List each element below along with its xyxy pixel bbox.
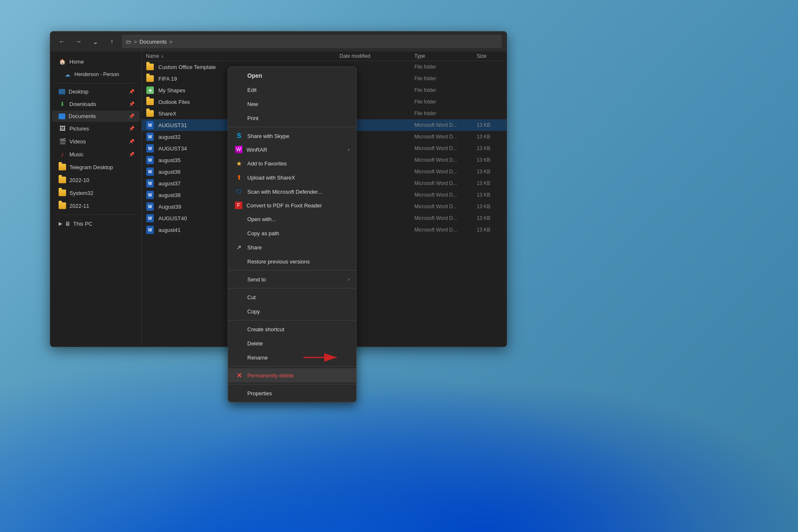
address-bar[interactable]: 🗁 > Documents > [122,35,502,48]
file-type: Microsoft Word D... [411,134,473,140]
ctx-restore[interactable]: Restore previous versions [228,254,356,268]
folder-icon-2022-10 [59,176,66,184]
word-icon-august41: W [146,226,154,234]
background-swirl [0,319,798,532]
folder-icon [146,98,154,106]
sidebar-item-this-pc[interactable]: ▶ 🖥 This PC [52,217,140,230]
back-button[interactable]: ← [55,35,69,48]
copy-icon [235,307,243,315]
skype-icon: S [235,132,243,140]
winrar-icon: W [235,146,242,153]
ctx-create-shortcut[interactable]: Create shortcut [228,322,356,336]
shapes-icon: ◆ [146,86,154,94]
defender-icon: 🛡 [235,187,243,196]
col-name-header[interactable]: Name ∧ [142,53,336,59]
sidebar-item-downloads[interactable]: ⬇ Downloads 📌 [52,98,140,110]
sidebar-item-music[interactable]: ♪ Music 📌 [52,148,140,160]
share-icon: ↗ [235,243,243,251]
ctx-scan-defender[interactable]: 🛡 Scan with Microsoft Defender... [228,185,356,199]
ctx-send-to-label: Send to [247,276,266,283]
file-type: Microsoft Word D... [411,180,473,186]
ctx-share[interactable]: ↗ Share [228,240,356,254]
sidebar-item-documents[interactable]: Documents 📌 [52,111,140,122]
file-type: Microsoft Word D... [411,192,473,198]
sidebar: 🏠 Home ☁ Henderson - Person Desktop 📌 ⬇ … [50,52,142,347]
ctx-open[interactable]: Open [228,69,356,83]
sidebar-item-2022-10[interactable]: 2022-10 [52,174,140,186]
sidebar-item-videos[interactable]: 🎬 Videos 📌 [52,135,140,148]
pin-icon-music: 📌 [129,152,135,157]
ctx-print[interactable]: Print [228,111,356,125]
sidebar-music-label: Music [69,151,84,158]
address-icon: 🗁 [126,39,131,45]
ctx-copy-path[interactable]: Copy as path [228,226,356,240]
x-red-icon: ✕ [235,371,243,379]
sharex-icon: ⬆ [235,173,243,182]
ctx-share-skype[interactable]: S Share with Skype [228,129,356,143]
ctx-cut-label: Cut [247,294,256,300]
ctx-cut[interactable]: Cut [228,290,356,304]
ctx-properties-label: Properties [247,390,272,397]
folder-icon [146,74,154,83]
up-button[interactable]: ↑ [105,35,118,48]
sidebar-telegram-label: Telegram Desktop [69,164,113,170]
home-icon: 🏠 [59,58,66,65]
ctx-winrar-arrow: › [348,147,350,153]
sidebar-desktop-label: Desktop [69,89,89,95]
ctx-convert-pdf-label: Convert to PDF in Foxit Reader [246,202,322,209]
ctx-winrar-label: WinRAR [246,147,267,153]
address-text: Documents [140,39,167,45]
new-icon [235,100,243,108]
ctx-perm-delete-label: Permanently delete [247,372,294,379]
ctx-open-with[interactable]: Open with... [228,212,356,226]
sidebar-downloads-label: Downloads [69,101,96,107]
delete-icon [235,339,243,347]
ctx-convert-pdf[interactable]: F Convert to PDF in Foxit Reader [228,199,356,212]
col-date-header[interactable]: Date modified [336,53,411,59]
edit-icon [235,86,243,94]
arrow-annotation [299,349,349,367]
sidebar-item-pictures[interactable]: 🖼 Pictures 📌 [52,122,140,135]
sidebar-item-home[interactable]: 🏠 Home [52,55,140,68]
documents-icon [59,113,65,119]
file-type: Microsoft Word D... [411,169,473,175]
col-type-header[interactable]: Type [411,53,473,59]
ctx-sep-2 [228,270,356,271]
sidebar-item-system32[interactable]: System32 [52,187,140,199]
foxit-icon: F [235,202,242,209]
forward-button[interactable]: → [72,35,85,48]
ctx-upload-sharex[interactable]: ⬆ Upload with ShareX [228,170,356,185]
open-with-icon [235,215,243,223]
folder-icon-telegram [59,163,66,171]
ctx-perm-delete[interactable]: ✕ Permanently delete [228,368,356,382]
sidebar-item-desktop[interactable]: Desktop 📌 [52,86,140,97]
file-type: Microsoft Word D... [411,145,473,151]
chevron-right-icon: ▶ [59,221,62,227]
ctx-delete[interactable]: Delete [228,336,356,350]
sidebar-this-pc-label: This PC [73,221,92,227]
ctx-winrar[interactable]: W WinRAR › [228,143,356,156]
folder-icon-2022-11 [59,202,66,209]
pin-icon-videos: 📌 [129,139,135,144]
folder-icon-system32 [59,189,66,197]
sidebar-item-2022-11[interactable]: 2022-11 [52,200,140,212]
ctx-sep-3 [228,288,356,288]
ctx-send-to[interactable]: Send to › [228,272,356,286]
file-type: File folder [411,99,473,105]
ctx-properties[interactable]: Properties [228,386,356,400]
recent-button[interactable]: ⌄ [89,35,102,48]
ctx-edit[interactable]: Edit [228,83,356,97]
file-size: 13 KB [473,145,507,151]
star-icon: ★ [235,159,243,167]
col-size-header[interactable]: Size [473,53,507,59]
sidebar-pictures-label: Pictures [69,126,89,132]
pin-icon-downloads: 📌 [129,101,135,107]
ctx-copy-path-label: Copy as path [247,230,279,236]
sidebar-item-user[interactable]: ☁ Henderson - Person [52,68,140,81]
ctx-copy[interactable]: Copy [228,304,356,318]
file-type: File folder [411,111,473,116]
ctx-add-favorites[interactable]: ★ Add to Favorites [228,156,356,170]
ctx-new[interactable]: New [228,97,356,111]
ctx-copy-label: Copy [247,308,260,315]
sidebar-item-telegram[interactable]: Telegram Desktop [52,161,140,173]
